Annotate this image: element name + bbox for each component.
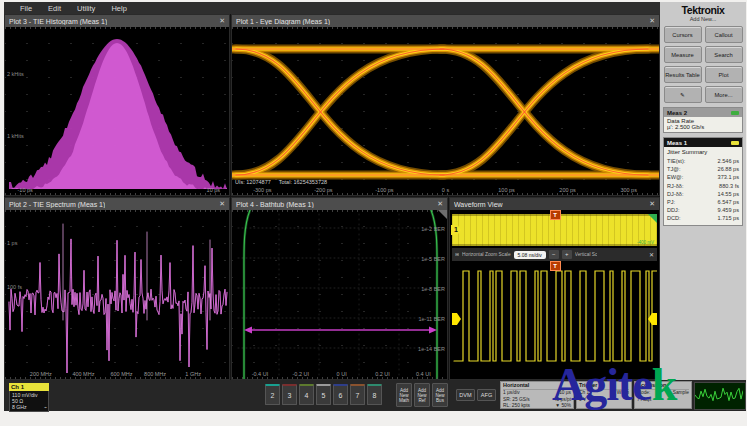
channel4-button[interactable]: 4 bbox=[299, 384, 314, 405]
more-button[interactable]: More... bbox=[705, 86, 743, 103]
tick-label: -300 ps bbox=[253, 187, 271, 193]
right-sidebar: Tektronix Add New... Cursors Callout Mea… bbox=[660, 2, 746, 380]
tick-label: 300 ps bbox=[620, 187, 637, 193]
jitter-label: DDJ: bbox=[667, 206, 679, 214]
tick-label: 0 s bbox=[442, 187, 449, 193]
tick-label: 1 GHz bbox=[185, 371, 201, 377]
histogram-trace bbox=[5, 27, 229, 195]
plot4-title-bar[interactable]: Plot 4 - Bathtub (Meas 1) ✕ bbox=[232, 198, 447, 210]
waveform-overview-band[interactable]: 1 T -400 mV bbox=[452, 214, 657, 246]
channel8-button[interactable]: 8 bbox=[367, 384, 382, 405]
tick-label: 200 MHz bbox=[30, 371, 52, 377]
pencil-icon: ✎ bbox=[680, 92, 685, 98]
channel1-marker[interactable]: 1 bbox=[451, 225, 461, 235]
eye-total-count: Total: 16254353728 bbox=[279, 179, 327, 185]
plot2-title-bar[interactable]: Plot 2 - TIE Spectrum (Meas 1) ✕ bbox=[5, 198, 229, 210]
dvm-button[interactable]: DVM bbox=[456, 389, 475, 401]
menu-help[interactable]: Help bbox=[111, 4, 126, 13]
measure-button[interactable]: Measure bbox=[664, 46, 702, 63]
meas1-header: Meas 1 bbox=[664, 138, 742, 147]
tick-label: 200 ps bbox=[559, 187, 576, 193]
zoom-in-button[interactable]: + bbox=[562, 250, 572, 259]
menu-file[interactable]: File bbox=[20, 4, 32, 13]
jitter-value: 2.546 ps bbox=[718, 157, 739, 165]
plot-button[interactable]: Plot bbox=[705, 66, 743, 83]
plot4-canvas: 1e-2 BER 1e-5 BER 1e-8 BER 1e-11 BER 1e-… bbox=[232, 210, 447, 379]
waveform-close-icon[interactable]: ✕ bbox=[649, 200, 655, 208]
plot2-spectrum-window: Plot 2 - TIE Spectrum (Meas 1) ✕ 1 ps 10… bbox=[4, 197, 230, 380]
ber-label: 1e-14 BER bbox=[418, 346, 445, 352]
channel5-button[interactable]: 5 bbox=[316, 384, 331, 405]
tick-label: -100 ps bbox=[375, 187, 393, 193]
channel3-button[interactable]: 3 bbox=[282, 384, 297, 405]
draw-annotation-button[interactable]: ✎ bbox=[664, 86, 702, 103]
trigger-marker-icon[interactable]: T bbox=[550, 210, 561, 220]
jitter-label: EW@: bbox=[667, 173, 683, 181]
agitek-watermark: Agitek bbox=[552, 362, 676, 408]
record-length: RL: 250 kpts bbox=[503, 403, 530, 410]
add-new-label: Add New... bbox=[660, 16, 746, 22]
jitter-row: TJ@:26.88 ps bbox=[667, 165, 739, 173]
menu-edit[interactable]: Edit bbox=[48, 4, 61, 13]
jitter-label: DCD: bbox=[667, 214, 681, 222]
ber-label: 1e-11 BER bbox=[419, 316, 446, 322]
zoom-scale-value[interactable]: 5.08 ns/div bbox=[514, 251, 546, 259]
tick-label: 0.4 UI bbox=[416, 371, 431, 377]
channel7-button[interactable]: 7 bbox=[350, 384, 365, 405]
trigger-marker-icon[interactable]: T bbox=[550, 261, 561, 271]
plot1-close-icon[interactable]: ✕ bbox=[649, 17, 655, 25]
plot1-title-bar[interactable]: Plot 1 - Eye Diagram (Meas 1) ✕ bbox=[232, 15, 659, 27]
tick-label: -0.2 UI bbox=[293, 371, 310, 377]
results-table-button[interactable]: Results Table bbox=[664, 66, 702, 83]
tick-label: 600 MHz bbox=[110, 371, 132, 377]
spectrum-trace bbox=[5, 210, 229, 379]
grid-icon[interactable]: ⊞ bbox=[455, 252, 459, 257]
trigger-waveform-thumbnail[interactable] bbox=[694, 382, 746, 410]
jitter-value: 14.55 ps bbox=[718, 190, 739, 198]
eye-stats: UIs: 12074877 Total: 16254353728 bbox=[235, 179, 327, 185]
cursors-button[interactable]: Cursors bbox=[664, 26, 702, 43]
meas2-badge[interactable]: Meas 2 Data Rate µ': 2.500 Gb/s bbox=[663, 107, 743, 133]
zoom-out-button[interactable]: − bbox=[549, 250, 559, 259]
tick-label: 100 ps bbox=[498, 187, 515, 193]
overview-scale-label: -400 mV bbox=[637, 240, 654, 245]
spectrum-y-label: 1 ps bbox=[7, 240, 17, 246]
menu-bar: File Edit Utility Help bbox=[4, 2, 660, 14]
search-button[interactable]: Search bbox=[705, 46, 743, 63]
menu-utility[interactable]: Utility bbox=[77, 4, 95, 13]
zoom-close-icon[interactable]: ✕ bbox=[649, 251, 654, 258]
add-new-bus-button[interactable]: Add New Bus bbox=[432, 383, 448, 407]
plot4-title: Plot 4 - Bathtub (Meas 1) bbox=[236, 201, 314, 208]
jitter-label: TJ@: bbox=[667, 165, 680, 173]
jitter-value: 26.88 ps bbox=[718, 165, 739, 173]
bathtub-trace bbox=[232, 210, 447, 379]
add-new-ref-button[interactable]: Add New Ref bbox=[414, 383, 430, 407]
plot2-close-icon[interactable]: ✕ bbox=[219, 200, 225, 208]
waveform-title-bar[interactable]: Waveform View ✕ bbox=[450, 198, 659, 210]
watermark-text: Agite bbox=[552, 359, 652, 410]
add-new-math-button[interactable]: Add New Math bbox=[396, 383, 412, 407]
meas2-body: Data Rate µ': 2.500 Gb/s bbox=[664, 117, 742, 132]
meas1-badge[interactable]: Meas 1 Jitter Summary TIE(st):2.546 ps T… bbox=[663, 137, 743, 226]
plot3-close-icon[interactable]: ✕ bbox=[219, 17, 225, 25]
tick-label: 800 MHz bbox=[144, 371, 166, 377]
plot4-close-icon[interactable]: ✕ bbox=[437, 200, 443, 208]
plot2-title: Plot 2 - TIE Spectrum (Meas 1) bbox=[9, 201, 105, 208]
channel6-button[interactable]: 6 bbox=[333, 384, 348, 405]
jitter-label: RJ-δδ: bbox=[667, 182, 683, 190]
ber-label: 1e-2 BER bbox=[421, 226, 445, 232]
jitter-label: TIE(st): bbox=[667, 157, 685, 165]
meas2-status-led bbox=[731, 111, 739, 115]
tick-label: -0.4 UI bbox=[252, 371, 269, 377]
channel2-button[interactable]: 2 bbox=[265, 384, 280, 405]
channel1-badge[interactable]: Ch 1 110 mV/div 50 Ω 8 GHz ⌁ bbox=[9, 383, 49, 412]
callout-button[interactable]: Callout bbox=[705, 26, 743, 43]
waveform-view-window: Waveform View ✕ 1 T -400 mV ⊞ Horizontal… bbox=[449, 197, 660, 380]
plot3-title-bar[interactable]: Plot 3 - TIE Histogram (Meas 1) ✕ bbox=[5, 15, 229, 27]
thumbnail-trace bbox=[695, 383, 743, 407]
jitter-summary-title: Jitter Summary bbox=[667, 148, 739, 157]
channel1-settings: 110 mV/div 50 Ω 8 GHz ⌁ bbox=[9, 391, 49, 412]
zoom-scale-label: Horizontal Zoom Scale bbox=[462, 252, 511, 257]
afg-button[interactable]: AFG bbox=[477, 389, 496, 401]
jitter-value: 373.1 ps bbox=[718, 173, 739, 181]
